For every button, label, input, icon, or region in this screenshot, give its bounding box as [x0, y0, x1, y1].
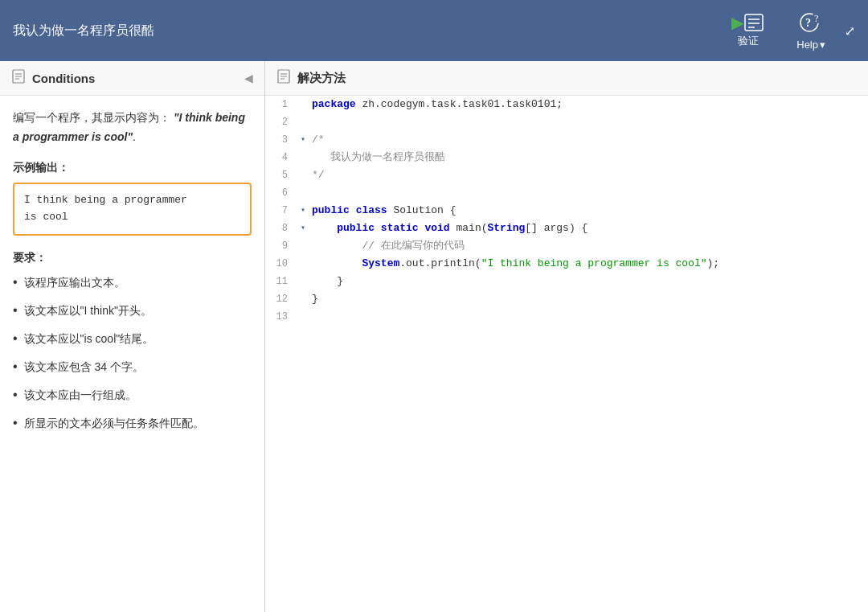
- help-button[interactable]: ? ? Help ▾: [784, 5, 838, 57]
- svg-text:?: ?: [814, 13, 818, 24]
- line-content-12: }: [309, 290, 868, 308]
- requirement-item: 该程序应输出文本。: [13, 274, 252, 291]
- help-icon: ? ?: [798, 11, 824, 37]
- solution-title: 解决方法: [297, 71, 346, 86]
- line-content-3: /*: [309, 131, 868, 149]
- line-content-1: package zh.codegym.task.task01.task0101;: [309, 96, 868, 113]
- help-svg-icon: ? ?: [798, 11, 824, 34]
- line-content-6: [309, 184, 868, 202]
- line-num-2: 2: [265, 113, 297, 131]
- code-editor[interactable]: 1 package zh.codegym.task.task01.task010…: [265, 96, 868, 612]
- code-line-12: 12 }: [265, 290, 868, 308]
- app-header: 我认为做一名程序员很酷 ▶ 验证 ? ?: [0, 0, 868, 61]
- expand-icon[interactable]: ⤢: [845, 23, 855, 39]
- code-line-8: 8 ▾ public static void main(String[] arg…: [265, 220, 868, 237]
- line-content-10: System.out.println("I think being a prog…: [309, 255, 868, 273]
- sample-output-box: I think being a programmer is cool: [13, 183, 252, 236]
- line-content-2: [309, 113, 868, 131]
- conditions-header: Conditions ◀: [0, 61, 264, 96]
- line-num-10: 10: [265, 255, 297, 273]
- line-num-6: 6: [265, 184, 297, 202]
- line-num-8: 8: [265, 220, 297, 237]
- requirement-item: 所显示的文本必须与任务条件匹配。: [13, 415, 252, 432]
- requirement-item: 该文本应以"I think"开头。: [13, 302, 252, 319]
- sample-output-label: 示例输出：: [13, 158, 252, 176]
- line-content-9: // 在此编写你的代码: [309, 237, 868, 255]
- requirement-item: 该文本应包含 34 个字。: [13, 359, 252, 376]
- line-num-11: 11: [265, 273, 297, 290]
- conditions-doc-icon: [11, 69, 26, 87]
- line-content-7: public class Solution {: [309, 202, 868, 220]
- verify-label: 验证: [738, 34, 759, 48]
- requirement-item: 该文本应以"is cool"结尾。: [13, 331, 252, 347]
- line-gutter-8: ▾: [297, 220, 309, 237]
- solution-header: 解决方法: [265, 61, 868, 96]
- solution-svg-icon: [276, 69, 291, 84]
- svg-text:?: ?: [805, 17, 811, 29]
- help-label: Help ▾: [796, 39, 825, 51]
- line-content-4: 我认为做一名程序员很酷: [309, 149, 868, 166]
- line-num-3: 3: [265, 131, 297, 149]
- code-line-10: 10 System.out.println("I think being a p…: [265, 255, 868, 273]
- code-line-6: 6: [265, 184, 868, 202]
- code-line-13: 13: [265, 308, 868, 326]
- line-num-7: 7: [265, 202, 297, 220]
- requirement-item: 该文本应由一行组成。: [13, 387, 252, 404]
- svg-rect-0: [745, 14, 763, 31]
- conditions-collapse-button[interactable]: ◀: [244, 72, 253, 84]
- line-num-9: 9: [265, 237, 297, 255]
- main-content: Conditions ◀ 编写一个程序，其显示内容为： "I think bei…: [0, 61, 868, 612]
- line-content-13: [309, 308, 868, 326]
- header-actions: ▶ 验证 ? ? Help: [719, 5, 855, 57]
- conditions-title: Conditions: [32, 72, 95, 85]
- line-num-5: 5: [265, 166, 297, 184]
- code-line-4: 4 我认为做一名程序员很酷: [265, 149, 868, 166]
- verify-icon: ▶: [731, 13, 764, 32]
- conditions-body: 编写一个程序，其显示内容为： "I think being a programm…: [0, 96, 264, 456]
- line-gutter-7: ▾: [297, 202, 309, 220]
- requirements-list: 该程序应输出文本。 该文本应以"I think"开头。 该文本应以"is coo…: [13, 274, 252, 432]
- solution-panel: 解决方法 1 package zh.codegym.task.task01.ta…: [265, 61, 868, 612]
- code-line-11: 11 }: [265, 273, 868, 290]
- code-line-9: 9 // 在此编写你的代码: [265, 237, 868, 255]
- code-line-7: 7 ▾ public class Solution {: [265, 202, 868, 220]
- line-num-12: 12: [265, 290, 297, 308]
- app-title: 我认为做一名程序员很酷: [13, 23, 719, 39]
- code-line-3: 3 ▾ /*: [265, 131, 868, 149]
- line-num-4: 4: [265, 149, 297, 166]
- line-content-5: */: [309, 166, 868, 184]
- line-content-8: public static void main(String[] args) {: [309, 220, 868, 237]
- line-content-11: }: [309, 273, 868, 290]
- line-gutter-3: ▾: [297, 131, 309, 149]
- code-line-2: 2: [265, 113, 868, 131]
- play-arrow-icon: ▶: [731, 14, 743, 31]
- checklist-svg-icon: [743, 13, 764, 32]
- doc-svg-icon: [11, 69, 26, 84]
- verify-button[interactable]: ▶ 验证: [719, 6, 777, 55]
- line-num-13: 13: [265, 308, 297, 326]
- conditions-panel: Conditions ◀ 编写一个程序，其显示内容为： "I think bei…: [0, 61, 265, 612]
- conditions-header-left: Conditions: [11, 69, 95, 87]
- line-num-1: 1: [265, 96, 297, 113]
- task-description: 编写一个程序，其显示内容为： "I think being a programm…: [13, 109, 252, 147]
- solution-doc-icon: [276, 69, 291, 87]
- requirements-label: 要求：: [13, 248, 252, 266]
- code-line-5: 5 */: [265, 166, 868, 184]
- code-line-1: 1 package zh.codegym.task.task01.task010…: [265, 96, 868, 113]
